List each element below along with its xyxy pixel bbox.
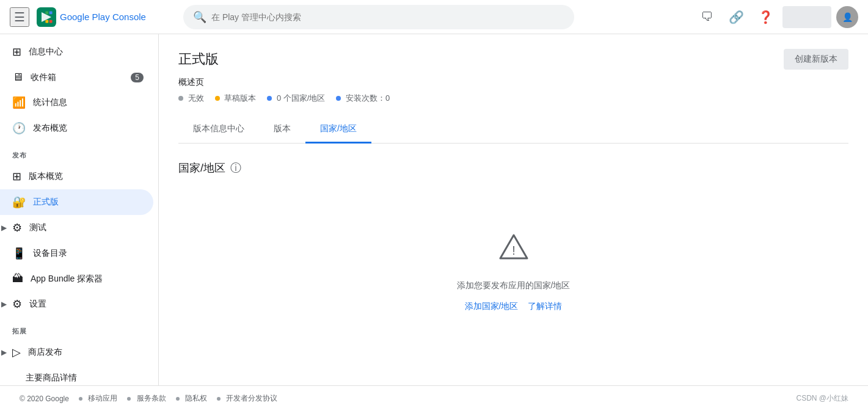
production-icon: 🔐 [12,195,26,209]
avatar-icon: 👤 [842,12,853,22]
footer-dot-mobile [79,397,82,401]
help-button[interactable]: ❓ [753,5,778,29]
footer-privacy[interactable]: 隐私权 [185,394,207,402]
sidebar-item-stats[interactable]: 📶 统计信息 [0,90,153,115]
hamburger-icon: ☰ [14,10,25,24]
user-avatar[interactable]: 👤 [836,6,858,28]
sidebar-item-device-catalog[interactable]: 📱 设备目录 [0,241,153,266]
testing-icon: ⚙ [12,221,22,235]
search-icon: 🔍 [193,10,206,24]
status-bar: 无效 草稿版本 0 个国家/地区 安装次数：0 [178,93,848,104]
sidebar-item-production[interactable]: 🔐 正式版 [0,189,153,215]
sidebar-section-publish: 发布 [0,141,158,164]
version-overview-icon: ⊞ [12,170,21,183]
main-layout: ⊞ 信息中心 🖥 收件箱 5 📶 统计信息 🕐 发布概览 发布 ⊞ 版本概览 🔐… [0,34,868,385]
link-button[interactable]: 🔗 [724,5,748,29]
tab-versions[interactable]: 版本 [259,116,305,144]
status-installs: 安装次数：0 [336,93,390,104]
section-help-icon[interactable]: ⓘ [230,161,241,175]
footer-dot-developer [217,397,221,401]
app-bundle-icon: 🏔 [12,272,23,285]
footer-dot-privacy [176,397,180,401]
sidebar-label-product-details: 主要商品详情 [26,373,77,384]
tab-countries[interactable]: 国家/地区 [305,116,371,144]
sidebar-label-release-overview: 发布概览 [33,123,67,134]
sidebar-label-store-publish: 商店发布 [28,347,62,358]
sidebar-item-inbox[interactable]: 🖥 收件箱 5 [0,65,153,90]
status-dot-countries [267,96,272,101]
header: ☰ Google Play Console 🔍 🗨 [0,0,868,34]
tabs: 版本信息中心 版本 国家/地区 [178,116,848,144]
logo-text: Google Play Console [60,12,146,22]
store-expand-icon: ▶ [1,348,7,357]
footer-terms[interactable]: 服务条款 [137,394,166,402]
settings-expand-icon: ▶ [1,300,7,308]
notifications-icon: 🗨 [701,10,713,24]
stats-icon: 📶 [12,96,26,109]
search-bar: 🔍 [183,5,574,29]
section-title-row: 国家/地区 ⓘ [178,161,848,175]
sidebar-label-production: 正式版 [33,197,59,208]
sidebar-label-testing: 测试 [29,222,46,233]
product-details-icon [12,371,18,384]
subtitle: 概述页 [178,77,848,88]
logo-area[interactable]: Google Play Console [37,7,146,27]
sidebar-item-testing[interactable]: ▶ ⚙ 测试 [0,215,153,241]
hamburger-button[interactable]: ☰ [10,7,29,27]
notifications-button[interactable]: 🗨 [695,5,719,29]
svg-rect-2 [49,11,53,14]
add-country-link[interactable]: 添加国家/地区 [465,301,519,312]
sidebar-label-dashboard: 信息中心 [29,46,63,57]
svg-rect-4 [49,20,53,23]
settings-icon: ⚙ [12,297,22,311]
store-publish-icon: ▷ [12,346,21,359]
sidebar-item-settings[interactable]: ▶ ⚙ 设置 [0,291,153,317]
status-dot-invalid [178,96,183,101]
release-overview-icon: 🕐 [12,122,26,135]
sidebar-item-version-overview[interactable]: ⊞ 版本概览 [0,164,153,189]
sidebar-item-dashboard[interactable]: ⊞ 信息中心 [0,39,153,65]
header-right: 🗨 🔗 ❓ 👤 [695,5,858,29]
sidebar-label-inbox: 收件箱 [31,72,56,83]
footer: © 2020 Google 移动应用 服务条款 隐私权 开发者分发协议 CSDN… [0,385,868,411]
sidebar-item-store-publish[interactable]: ▶ ▷ 商店发布 [0,340,153,365]
learn-more-link[interactable]: 了解详情 [528,301,562,312]
empty-state-actions: 添加国家/地区 了解详情 [465,301,563,312]
sidebar-item-app-bundle[interactable]: 🏔 App Bundle 探索器 [0,266,153,291]
footer-dot-terms [127,397,131,401]
help-icon: ❓ [758,10,773,24]
section-title: 国家/地区 [178,161,225,175]
status-invalid: 无效 [178,93,204,104]
search-input[interactable] [211,12,564,22]
status-dot-draft [215,96,220,101]
inbox-icon: 🖥 [12,71,23,84]
footer-link-mobile: 移动应用 [79,393,117,404]
inbox-badge: 5 [131,73,144,82]
sidebar-label-app-bundle: App Bundle 探索器 [31,274,103,285]
sidebar-section-expand: 拓展 [0,317,158,340]
device-catalog-icon: 📱 [12,247,26,260]
app-selector[interactable] [782,6,831,28]
footer-copyright: © 2020 Google [20,395,69,403]
svg-rect-1 [45,11,48,14]
search-wrapper: 🔍 [183,5,574,29]
empty-state-icon: ! [498,231,530,271]
tab-version-center[interactable]: 版本信息中心 [178,116,259,144]
footer-link-privacy: 隐私权 [176,393,207,404]
testing-expand-icon: ▶ [1,224,7,232]
footer-mobile-app[interactable]: 移动应用 [88,394,117,402]
footer-link-developer: 开发者分发协议 [217,393,277,404]
header-left: ☰ Google Play Console [10,7,169,27]
empty-state-text: 添加您要发布应用的国家/地区 [457,280,571,291]
sidebar-label-version-overview: 版本概览 [29,171,63,182]
svg-rect-3 [45,20,48,23]
status-countries: 0 个国家/地区 [267,93,325,104]
footer-developer-agreement[interactable]: 开发者分发协议 [226,394,277,402]
empty-state: ! 添加您要发布应用的国家/地区 添加国家/地区 了解详情 [178,195,848,349]
sidebar-label-device-catalog: 设备目录 [33,248,67,259]
create-new-version-button[interactable]: 创建新版本 [784,49,848,70]
sidebar-item-release-overview[interactable]: 🕐 发布概览 [0,115,153,141]
sidebar-item-product-details[interactable]: 主要商品详情 [0,365,153,385]
sidebar-label-settings: 设置 [29,299,46,310]
link-icon: 🔗 [729,10,744,24]
